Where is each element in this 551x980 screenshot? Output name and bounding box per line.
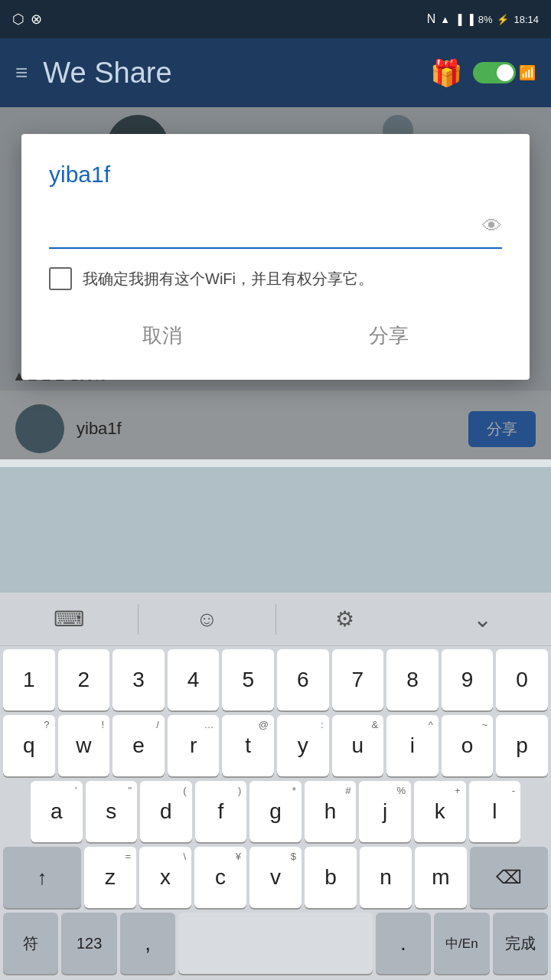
- key-1[interactable]: 1: [3, 649, 55, 710]
- bottom-row: 符 123 , . 中/En 完成: [0, 910, 551, 980]
- dialog-buttons: 取消 分享: [49, 315, 502, 357]
- kb-emoji-section[interactable]: ☺: [139, 607, 276, 632]
- app-title: We Share: [43, 57, 171, 90]
- app-header: ≡ We Share 🎁 📶: [0, 38, 551, 107]
- qwerty-row: ?q !w /e …r @t :y &u ^i ~o p: [0, 712, 551, 778]
- shift-key[interactable]: ↑: [3, 847, 81, 908]
- key-p[interactable]: p: [496, 715, 548, 776]
- key-4[interactable]: 4: [168, 649, 220, 710]
- key-q[interactable]: ?q: [3, 715, 55, 776]
- asdf-row: 'a "s (d )f *g #h %j +k -l: [0, 778, 551, 844]
- toggle-pill[interactable]: [473, 62, 516, 83]
- key-k[interactable]: +k: [414, 781, 466, 842]
- battery-icon: ▐: [466, 14, 473, 25]
- down-icon[interactable]: ⌄: [473, 606, 492, 632]
- key-d[interactable]: (d: [140, 781, 192, 842]
- charging-icon: ⚡: [497, 14, 509, 25]
- key-w[interactable]: !w: [58, 715, 110, 776]
- key-period[interactable]: .: [376, 913, 431, 974]
- clock: 18:14: [514, 14, 539, 25]
- key-e[interactable]: /e: [112, 715, 165, 776]
- key-6[interactable]: 6: [277, 649, 329, 710]
- key-s[interactable]: "s: [86, 781, 138, 842]
- zxcv-row: ↑ =z \x ¥c $v b n m ⌫: [0, 844, 551, 910]
- cancel-button[interactable]: 取消: [112, 315, 213, 357]
- key-n[interactable]: n: [360, 847, 412, 908]
- kb-down-section[interactable]: ⌄: [414, 606, 552, 632]
- key-5[interactable]: 5: [222, 649, 274, 710]
- key-o[interactable]: ~o: [442, 715, 494, 776]
- dialog: yiba1f 👁 我确定我拥有这个WiFi，并且有权分享它。 取消 分享: [21, 134, 530, 380]
- backspace-key[interactable]: ⌫: [470, 847, 548, 908]
- key-r[interactable]: …r: [168, 715, 220, 776]
- key-g[interactable]: *g: [249, 781, 302, 842]
- status-bar: ⬡ ⊗ N ▲ ▐ ▐ 8% ⚡ 18:14: [0, 0, 551, 38]
- key-8[interactable]: 8: [386, 649, 439, 710]
- keyboard-toolbar: ⌨ ☺ ⚙ ⌄: [0, 593, 551, 646]
- key-lang[interactable]: 中/En: [434, 913, 489, 974]
- key-u[interactable]: &u: [332, 715, 384, 776]
- kb-keyboard-section[interactable]: ⌨: [0, 606, 138, 632]
- key-comma[interactable]: ,: [120, 913, 175, 974]
- kb-settings-section[interactable]: ⚙: [276, 606, 414, 632]
- key-t[interactable]: @t: [222, 715, 274, 776]
- key-z[interactable]: =z: [84, 847, 136, 908]
- status-right: N ▲ ▐ ▐ 8% ⚡ 18:14: [427, 12, 539, 26]
- number-row: 1 2 3 4 5 6 7 8 9 0: [0, 646, 551, 712]
- keyboard-area: ⌨ ☺ ⚙ ⌄ 1 2 3 4 5 6 7 8 9 0 ?q !w /e …r …: [0, 593, 551, 980]
- key-symbols[interactable]: 符: [3, 913, 58, 974]
- key-3[interactable]: 3: [112, 649, 165, 710]
- wifi-icon: ▲: [440, 14, 450, 25]
- icon-1: ⬡: [12, 11, 24, 28]
- key-9[interactable]: 9: [442, 649, 494, 710]
- key-123[interactable]: 123: [61, 913, 116, 974]
- keyboard-icon[interactable]: ⌨: [54, 606, 84, 632]
- ownership-checkbox[interactable]: [49, 267, 72, 290]
- network-icon: N: [427, 12, 436, 26]
- settings-icon[interactable]: ⚙: [335, 606, 354, 632]
- checkbox-row: 我确定我拥有这个WiFi，并且有权分享它。: [49, 267, 502, 290]
- key-f[interactable]: )f: [195, 781, 247, 842]
- key-0[interactable]: 0: [496, 649, 548, 710]
- emoji-icon[interactable]: ☺: [196, 607, 218, 632]
- battery-percent: 8%: [478, 14, 493, 25]
- header-left: ≡ We Share: [15, 57, 172, 90]
- key-7[interactable]: 7: [332, 649, 384, 710]
- key-y[interactable]: :y: [277, 715, 329, 776]
- key-c[interactable]: ¥c: [194, 847, 246, 908]
- header-right: 🎁 📶: [430, 57, 536, 88]
- gift-icon[interactable]: 🎁: [430, 57, 462, 88]
- key-done[interactable]: 完成: [493, 913, 548, 974]
- wifi-symbol: 📶: [519, 64, 536, 81]
- key-a[interactable]: 'a: [31, 781, 83, 842]
- eye-icon[interactable]: 👁: [482, 214, 502, 238]
- password-input[interactable]: [49, 209, 482, 243]
- status-left-icons: ⬡ ⊗: [12, 11, 42, 28]
- dialog-input-row: 👁: [49, 209, 502, 249]
- key-2[interactable]: 2: [58, 649, 110, 710]
- icon-2: ⊗: [31, 11, 42, 28]
- dialog-title: yiba1f: [49, 162, 502, 188]
- key-i[interactable]: ^i: [386, 715, 439, 776]
- key-v[interactable]: $v: [249, 847, 302, 908]
- key-l[interactable]: -l: [469, 781, 521, 842]
- signal-bars-icon: ▐: [455, 14, 461, 25]
- menu-icon[interactable]: ≡: [15, 60, 28, 85]
- key-b[interactable]: b: [305, 847, 357, 908]
- key-h[interactable]: #h: [305, 781, 357, 842]
- checkbox-label: 我确定我拥有这个WiFi，并且有权分享它。: [83, 269, 373, 289]
- key-j[interactable]: %j: [359, 781, 411, 842]
- share-confirm-button[interactable]: 分享: [338, 315, 439, 357]
- wifi-toggle[interactable]: 📶: [473, 62, 536, 83]
- key-m[interactable]: m: [415, 847, 467, 908]
- key-x[interactable]: \x: [139, 847, 191, 908]
- key-space[interactable]: [178, 913, 372, 974]
